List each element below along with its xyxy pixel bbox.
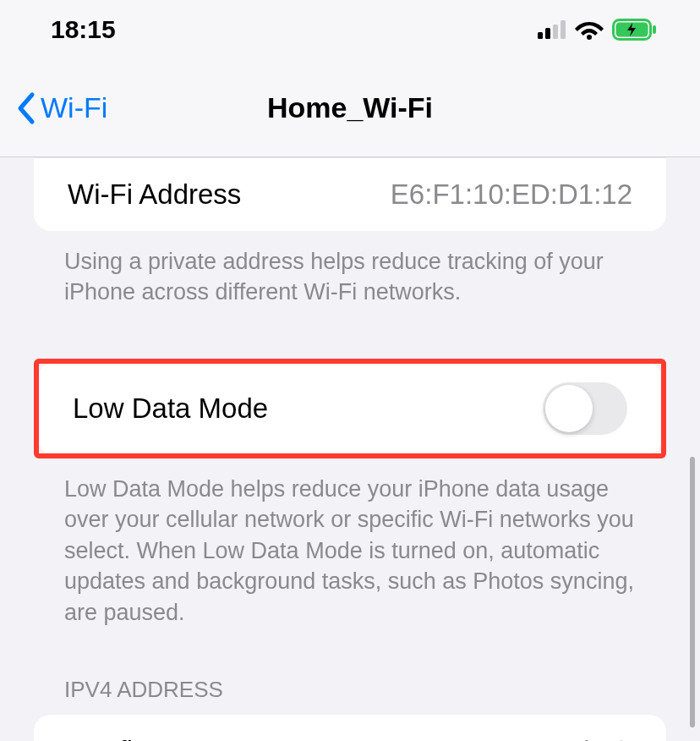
toggle-knob — [545, 385, 593, 432]
back-label: Wi-Fi — [41, 91, 107, 124]
status-time: 18:15 — [51, 15, 116, 44]
status-bar: 18:15 — [0, 0, 700, 59]
settings-content: Wi-Fi Address E6:F1:10:ED:D1:12 Using a … — [0, 157, 700, 741]
low-data-mode-row[interactable]: Low Data Mode — [39, 364, 661, 453]
wifi-address-value: E6:F1:10:ED:D1:12 — [391, 178, 632, 211]
battery-charging-icon — [612, 19, 658, 41]
low-data-mode-label: Low Data Mode — [73, 392, 268, 425]
chevron-left-icon — [15, 91, 36, 125]
svg-point-4 — [587, 35, 592, 40]
wifi-address-section: Wi-Fi Address E6:F1:10:ED:D1:12 — [34, 157, 666, 231]
wifi-address-label: Wi-Fi Address — [68, 178, 241, 211]
low-data-mode-footer: Low Data Mode helps reduce your iPhone d… — [0, 458, 700, 628]
svg-rect-0 — [538, 32, 543, 39]
back-button[interactable]: Wi-Fi — [15, 91, 107, 125]
status-icons — [538, 19, 658, 41]
svg-rect-3 — [561, 20, 566, 39]
scrollbar[interactable] — [690, 457, 695, 727]
low-data-mode-highlight: Low Data Mode — [34, 359, 666, 458]
svg-rect-2 — [553, 25, 558, 39]
wifi-icon — [575, 19, 604, 40]
navigation-bar: Wi-Fi Home_Wi-Fi — [0, 59, 700, 157]
low-data-mode-toggle[interactable] — [543, 382, 627, 435]
svg-rect-7 — [653, 25, 656, 34]
cellular-signal-icon — [538, 20, 566, 39]
wifi-address-row[interactable]: Wi-Fi Address E6:F1:10:ED:D1:12 — [34, 158, 666, 231]
configure-ip-value: Automatic — [479, 735, 604, 741]
private-address-footer: Using a private address helps reduce tra… — [0, 231, 700, 308]
svg-rect-1 — [545, 28, 550, 39]
configure-ip-label: Configure IP — [68, 735, 222, 741]
ipv4-section: Configure IP Automatic — [34, 715, 666, 741]
ipv4-section-header: IPV4 Address — [0, 665, 700, 715]
configure-ip-row[interactable]: Configure IP Automatic — [34, 715, 666, 741]
